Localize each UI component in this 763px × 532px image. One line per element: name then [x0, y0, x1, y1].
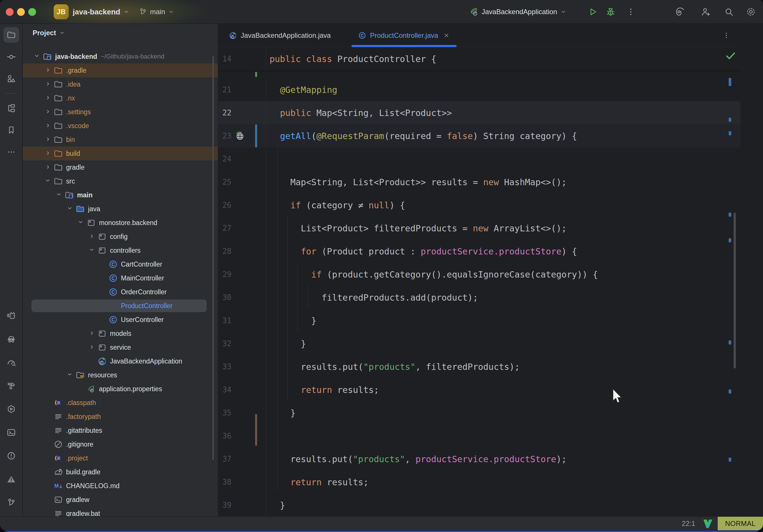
project-badge[interactable]: JB [54, 4, 69, 19]
code-row[interactable]: 24 [218, 148, 740, 170]
chevron-icon[interactable] [43, 147, 54, 160]
chevron-icon[interactable] [43, 174, 54, 188]
problems-icon[interactable] [3, 448, 19, 464]
code-line[interactable]: public class ProductController { [266, 47, 740, 71]
code-row[interactable]: 38 return results; [218, 471, 740, 494]
tree-row[interactable]: main [23, 188, 218, 202]
branch-widget[interactable]: main [139, 0, 174, 24]
close-window-button[interactable] [6, 8, 14, 16]
more-icon[interactable] [3, 144, 19, 160]
code-row[interactable]: 25 Map<String, List<Product>> results = … [218, 170, 740, 194]
code-row[interactable]: 30 filteredProducts.add(product); [218, 286, 740, 309]
tree-row[interactable]: C OrderController [23, 285, 218, 299]
code-row[interactable]: 27 List<Product> filteredProducts = new … [218, 217, 740, 240]
tree-row[interactable]: .gitattributes [23, 424, 218, 437]
build-hammer-icon[interactable] [3, 378, 19, 393]
code-line[interactable]: return results; [266, 378, 740, 401]
tree-row[interactable]: service [23, 341, 218, 354]
vim-mode-badge[interactable]: NORMAL [718, 517, 763, 531]
run-config-widget[interactable]: JavaBackendApplication [469, 0, 567, 24]
code-line[interactable]: Map<String, List<Product>> results = new… [266, 170, 740, 194]
editor-scrollbar[interactable] [733, 213, 736, 369]
chevron-icon[interactable] [75, 216, 86, 230]
code-line[interactable]: getAll(@RequestParam(required = false) S… [266, 124, 740, 148]
chevron-icon[interactable] [32, 50, 43, 63]
chevron-icon[interactable] [86, 230, 97, 244]
tree-row[interactable]: C UserController [23, 313, 218, 327]
tree-row[interactable]: gradle [23, 160, 218, 174]
code-row[interactable]: 29 if (product.getCategory().equalsIgnor… [218, 263, 740, 286]
code-row[interactable]: 23 getAll(@RequestParam(required = false… [218, 124, 740, 148]
services-icon[interactable] [3, 401, 19, 417]
tree-row[interactable]: bin [23, 133, 218, 147]
tree-scrollbar[interactable] [212, 56, 214, 460]
code-row[interactable]: 36 [218, 424, 740, 448]
code-line[interactable]: if (category ≠ null) { [266, 194, 740, 217]
code-line[interactable]: return results; [266, 471, 740, 494]
chevron-icon[interactable] [43, 119, 54, 133]
settings-icon[interactable] [746, 7, 756, 17]
code-row[interactable]: 32 } [218, 332, 740, 355]
chevron-icon[interactable] [54, 188, 64, 202]
stripe-divider[interactable] [5, 93, 17, 94]
editor-tab[interactable]: JavaBackendApplication.java [221, 24, 350, 47]
tree-row[interactable]: gradlew.bat [23, 507, 218, 516]
bookmarks-icon[interactable] [3, 122, 19, 138]
chevron-icon[interactable] [64, 368, 75, 382]
code-row[interactable]: 35 } [218, 401, 740, 424]
minimize-window-button[interactable] [17, 8, 25, 16]
tree-row[interactable]: application.properties [23, 382, 218, 396]
commit-icon[interactable] [3, 49, 19, 64]
chevron-icon[interactable] [86, 327, 97, 341]
code-row[interactable]: 28 for (Product product : productService… [218, 240, 740, 263]
project-folder-icon[interactable] [3, 27, 19, 43]
code-line[interactable]: public Map<String, List<Product>> [266, 101, 740, 124]
run-icon[interactable] [588, 7, 598, 17]
tree-row[interactable]: src [23, 174, 218, 188]
chevron-icon[interactable] [43, 133, 54, 147]
code-line[interactable] [266, 148, 740, 170]
tree-row[interactable]: JavaBackendApplication [23, 354, 218, 368]
chevron-icon[interactable] [43, 63, 54, 77]
code-line[interactable]: if (product.getCategory().equalsIgnoreCa… [266, 263, 740, 286]
incognito-icon[interactable] [3, 331, 19, 347]
ai-swirl-icon[interactable] [675, 7, 685, 17]
search-icon[interactable] [724, 7, 734, 17]
code-line[interactable]: results.put("products", productService.p… [266, 448, 740, 471]
inspections-ok-icon[interactable] [725, 50, 736, 61]
tree-row[interactable]: .idea [23, 77, 218, 91]
chevron-icon[interactable] [86, 244, 97, 257]
caret-position[interactable]: 22:1 [682, 520, 695, 528]
close-icon[interactable] [335, 32, 343, 39]
code-line[interactable] [266, 424, 740, 448]
code-row[interactable]: 33 results.put("products", filteredProdu… [218, 355, 740, 378]
code-editor[interactable]: 14 public class ProductController { 21 @… [218, 47, 740, 516]
warnings-icon[interactable] [3, 472, 19, 487]
code-line[interactable]: List<Product> filteredProducts = new Arr… [266, 217, 740, 240]
structure-icon[interactable] [3, 71, 19, 86]
tree-row[interactable]: M CHANGELOG.md [23, 479, 218, 493]
tree-row[interactable]: C MainController [23, 271, 218, 285]
zoom-window-button[interactable] [28, 8, 36, 16]
tree-row[interactable]: monostore.backend [23, 216, 218, 230]
project-widget[interactable]: java-backend [73, 0, 130, 24]
code-row[interactable]: 37 results.put("products", productServic… [218, 448, 740, 471]
vim-icon[interactable] [703, 518, 713, 529]
hierarchy-icon[interactable] [3, 100, 19, 116]
close-icon[interactable] [443, 32, 450, 39]
tree-row[interactable]: controllers [23, 244, 218, 257]
code-row[interactable]: 22 public Map<String, List<Product>> [218, 101, 740, 124]
tree-row[interactable]: C ProductController [23, 299, 218, 313]
code-line[interactable]: } [266, 401, 740, 424]
code-line[interactable]: } [266, 309, 740, 332]
chevron-icon[interactable] [43, 160, 54, 174]
code-row[interactable]: 34 return results; [218, 378, 740, 401]
tree-row[interactable]: .vscode [23, 119, 218, 133]
tab-options-icon[interactable] [722, 31, 731, 40]
terminal-icon[interactable] [3, 425, 19, 440]
chevron-icon[interactable] [43, 105, 54, 119]
profiler-gauge-icon[interactable] [3, 355, 19, 370]
code-row[interactable]: 21 @GetMapping [218, 78, 740, 101]
code-line[interactable]: } [266, 332, 740, 355]
code-line[interactable]: results.put("products", filteredProducts… [266, 355, 740, 378]
